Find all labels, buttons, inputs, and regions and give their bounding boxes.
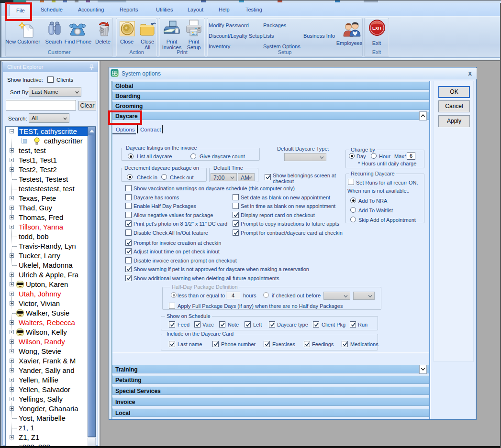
svg-text:EXIT: EXIT bbox=[372, 26, 382, 31]
